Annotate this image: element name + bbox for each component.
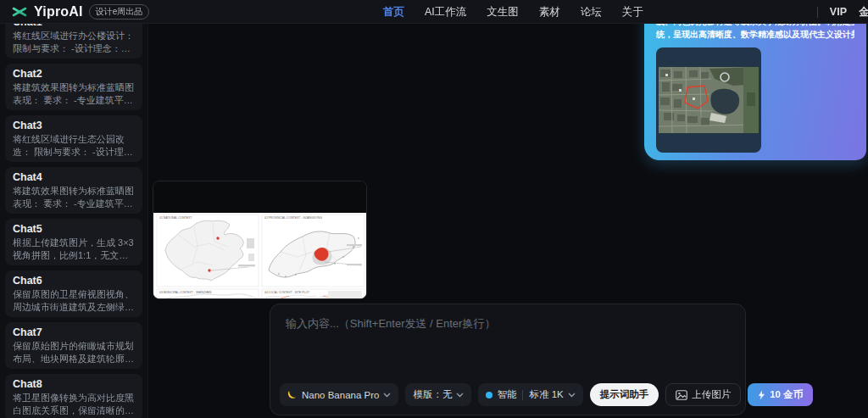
context-maps-image: 01 NATIONAL CONTEXT 02 PROV <box>153 213 366 299</box>
chat-card-3[interactable]: Chat3 将红线区域进行生态公园改造： 限制与要求： -设计理念：自然回归、乡… <box>5 115 142 162</box>
chat-card-8[interactable]: Chat8 将卫星图像转换为高对比度黑白图底关系图，保留清晰的建筑轮廓、道路网.… <box>5 374 142 418</box>
chevron-down-icon <box>568 393 576 398</box>
upload-image-button[interactable]: 上传图片 <box>665 383 741 406</box>
user-message-bubble: 线、同色调光影行道等线条关于规划分析图。利用建立有序理性网格系 统，呈现出高清晰… <box>644 10 866 160</box>
chat-title: Chat2 <box>13 68 135 80</box>
lightning-icon <box>758 390 765 400</box>
generated-image-card[interactable]: 01 NATIONAL CONTEXT 02 PROV <box>153 181 367 299</box>
chat-title: Chat4 <box>13 171 135 183</box>
image-dark-area <box>153 181 366 213</box>
nav-item-forum[interactable]: 论坛 <box>581 5 602 20</box>
map-label-provincial: 02 PROVINCIAL CONTEXT - GUANGDONG <box>264 216 322 220</box>
composer-toolbar: Nano Banana Pro 模版：无 智能 标准 1K <box>280 383 736 406</box>
upload-label: 上传图片 <box>692 388 731 401</box>
chat-card-2[interactable]: Chat2 将建筑效果图转为标准蓝晒图表现： 要求： -专业建筑平面/立面表达 … <box>5 64 142 110</box>
chat-history-sidebar: Chat1 将红线区域进行办公楼设计： 限制与要求： -设计理念：自然回归、乡土… <box>0 24 148 418</box>
chat-preview: 保留原图的卫星俯视图视角、周边城市街道建筑及左侧绿地森林布局。将红... <box>13 288 135 313</box>
mode-selector[interactable]: 智能 标准 1K <box>478 383 582 406</box>
nav-divider <box>817 7 818 18</box>
chat-preview: 将红线区域进行办公楼设计： 限制与要求： -设计理念：自然回归、乡土文... <box>13 30 135 54</box>
conversation-area: 线、同色调光影行道等线条关于规划分析图。利用建立有序理性网格系 统，呈现出高清晰… <box>148 24 868 418</box>
nav-item-text2img[interactable]: 文生图 <box>487 5 519 20</box>
chat-card-1[interactable]: Chat1 将红线区域进行办公楼设计： 限制与要求： -设计理念：自然回归、乡土… <box>5 24 142 59</box>
chevron-down-icon <box>456 393 464 398</box>
message-input[interactable] <box>270 304 745 365</box>
satellite-photo <box>659 67 759 133</box>
chat-preview: 将红线区域进行生态公园改造： 限制与要求： -设计理念：自然回归、乡土文... <box>13 133 135 158</box>
chat-title: Chat1 <box>13 24 135 28</box>
model-label: Nano Banana Pro <box>302 390 379 400</box>
banana-icon <box>287 390 298 400</box>
chat-preview: 保留原始图片的俯瞰城市规划布局、地块网格及建筑轮廓，将其转化为专业... <box>13 340 135 365</box>
nav-item-about[interactable]: 关于 <box>622 5 643 20</box>
chat-card-5[interactable]: Chat5 根据上传建筑图片，生成 3×3 视角拼图，比例1:1，无文字。固定建… <box>5 219 142 265</box>
nav-right: VIP 金币 <box>817 0 868 24</box>
vip-link[interactable]: VIP <box>830 6 847 18</box>
send-cost-label: 10 金币 <box>770 388 803 401</box>
map-label-national: 01 NATIONAL CONTEXT <box>159 216 192 220</box>
model-selector[interactable]: Nano Banana Pro <box>280 383 398 406</box>
prompt-helper-label: 提示词助手 <box>600 388 649 401</box>
attached-satellite-image[interactable] <box>656 47 761 153</box>
nav-item-home[interactable]: 首页 <box>383 5 404 20</box>
brand[interactable]: YiproAI 设计e周出品 <box>0 3 149 20</box>
message-composer: Nano Banana Pro 模版：无 智能 标准 1K <box>270 304 746 415</box>
chat-title: Chat3 <box>13 120 135 131</box>
chat-title: Chat7 <box>13 326 135 338</box>
chat-preview: 根据上传建筑图片，生成 3×3 视角拼图，比例1:1，无文字。固定建筑形体... <box>13 237 135 261</box>
chat-preview: 将建筑效果图转为标准蓝晒图表现： 要求： -专业建筑平面/立面表达 -白底蓝..… <box>13 185 135 209</box>
chat-title: Chat8 <box>13 378 135 390</box>
app-title[interactable]: YiproAI <box>34 4 83 20</box>
chat-title: Chat6 <box>13 275 135 287</box>
user-message-text: 统，呈现出高清晰度、数学精准感以及现代主义设计美学。 <box>656 28 854 41</box>
chat-card-7[interactable]: Chat7 保留原始图片的俯瞰城市规划布局、地块网格及建筑轮廓，将其转化为专业.… <box>5 322 142 369</box>
chat-card-4[interactable]: Chat4 将建筑效果图转为标准蓝晒图表现： 要求： -专业建筑平面/立面表达 … <box>5 167 142 214</box>
top-navbar: YiproAI 设计e周出品 首页 AI工作流 文生图 素材 论坛 关于 VIP… <box>0 0 868 24</box>
brand-badge: 设计e周出品 <box>89 4 150 20</box>
template-selector[interactable]: 模版：无 <box>405 383 471 406</box>
chat-preview: 将卫星图像转换为高对比度黑白图底关系图，保留清晰的建筑轮廓、道路网... <box>13 392 135 416</box>
coins-link[interactable]: 金币 <box>859 5 868 20</box>
nav-links: 首页 AI工作流 文生图 素材 论坛 关于 <box>383 0 643 24</box>
image-icon <box>676 390 687 400</box>
chat-preview: 将建筑效果图转为标准蓝晒图表现： 要求： -专业建筑平面/立面表达 -白底蓝..… <box>13 81 135 106</box>
chat-title: Chat5 <box>13 223 135 235</box>
template-label: 模版：无 <box>413 388 452 401</box>
chat-card-6[interactable]: Chat6 保留原图的卫星俯视图视角、周边城市街道建筑及左侧绿地森林布局。将红.… <box>5 270 142 317</box>
logo-asterisk-icon <box>11 3 28 20</box>
mode-smart-label: 智能 <box>497 388 516 401</box>
nav-item-workflow[interactable]: AI工作流 <box>425 5 466 20</box>
mode-separator <box>522 390 523 400</box>
mode-quality-label: 标准 1K <box>529 388 563 401</box>
chevron-down-icon <box>383 393 391 398</box>
prompt-helper-button[interactable]: 提示词助手 <box>590 383 659 406</box>
send-button[interactable]: 10 金币 <box>748 383 813 406</box>
chat-list: Chat1 将红线区域进行办公楼设计： 限制与要求： -设计理念：自然回归、乡土… <box>0 24 147 418</box>
nav-item-assets[interactable]: 素材 <box>539 5 560 20</box>
map-label-local: 04 LOCAL CONTEXT - SITE PLOT <box>264 291 309 294</box>
map-label-municipal: 03 MUNICIPAL CONTEXT - SHENZHEN <box>159 291 212 294</box>
smart-mode-dot-icon <box>486 392 492 398</box>
